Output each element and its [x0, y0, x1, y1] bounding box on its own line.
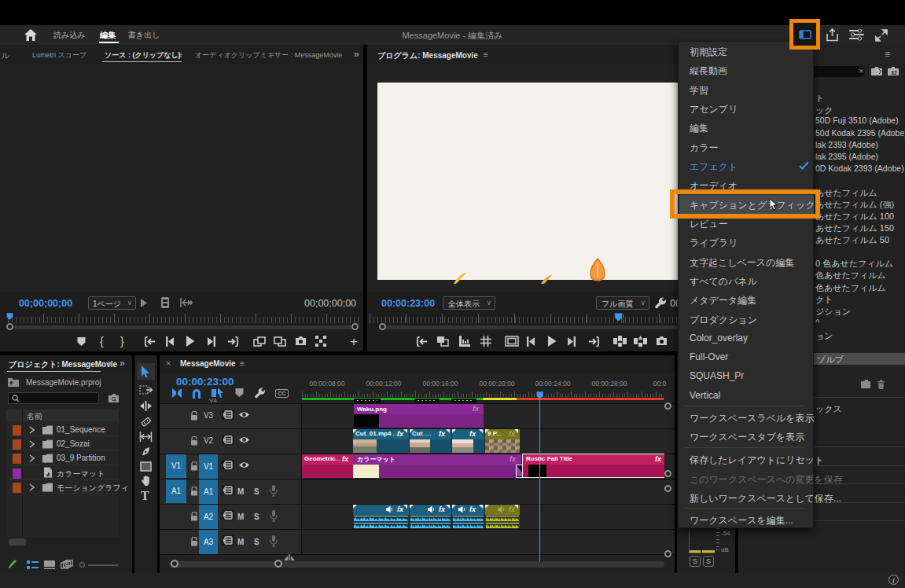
svg-text:32: 32 [891, 70, 897, 75]
